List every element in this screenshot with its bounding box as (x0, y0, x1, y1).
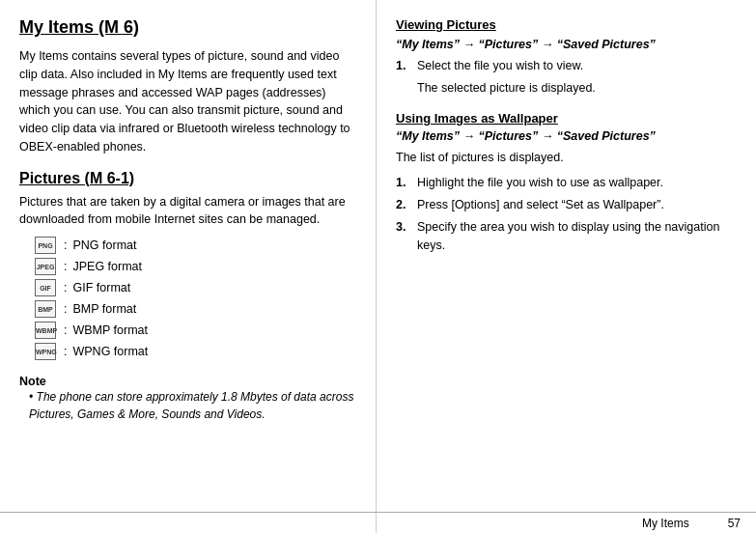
wallpaper-step: 1.Highlight the file you wish to use as … (396, 174, 737, 192)
format-icon: GIF (35, 279, 56, 296)
format-label: PNG format (72, 238, 136, 252)
format-item: WPNG:WPNG format (35, 343, 356, 360)
format-item: JPEG:JPEG format (35, 258, 356, 275)
wallpaper-title: Using Images as Wallpaper (396, 111, 737, 126)
note-bullet: • (29, 390, 33, 404)
footer-bar: My Items 57 (0, 512, 756, 533)
format-icon: JPEG (35, 258, 56, 275)
format-icon: WPNG (35, 343, 56, 360)
format-label: JPEG format (72, 260, 142, 273)
format-icon: WBMP (35, 322, 56, 339)
step-text: Highlight the file you wish to use as wa… (417, 174, 663, 192)
wallpaper-intro: The list of pictures is displayed. (396, 149, 737, 167)
footer-page: My Items 57 (642, 517, 741, 530)
format-item: BMP:BMP format (35, 300, 356, 318)
viewing-steps: 1.Select the file you wish to view.The s… (396, 57, 737, 98)
wallpaper-path: “My Items” → “Pictures” → “Saved Picture… (396, 129, 737, 143)
format-icon: BMP (35, 300, 56, 318)
step-text: Specify the area you wish to display usi… (417, 218, 737, 255)
wallpaper-steps: 1.Highlight the file you wish to use as … (396, 174, 737, 254)
left-column: My Items (M 6) My Items contains several… (0, 0, 377, 533)
step-num: 1. (396, 174, 413, 192)
step-text: The selected picture is displayed. (417, 79, 596, 98)
viewing-step: 1.Select the file you wish to view. (396, 57, 737, 75)
note-content: The phone can store approximately 1.8 Mb… (29, 390, 353, 421)
footer-pagenum: 57 (728, 517, 741, 530)
page-container: My Items (M 6) My Items contains several… (0, 0, 756, 533)
format-list: PNG:PNG formatJPEG:JPEG formatGIF:GIF fo… (35, 237, 356, 360)
step-num: 1. (396, 57, 413, 75)
format-label: WPNG format (72, 345, 148, 358)
step-text: Select the file you wish to view. (417, 57, 583, 75)
viewing-path: “My Items” → “Pictures” → “Saved Picture… (396, 38, 737, 51)
note-title: Note (19, 375, 46, 388)
note-text: • The phone can store approximately 1.8 … (29, 388, 356, 423)
format-item: PNG:PNG format (35, 237, 356, 254)
main-title: My Items (M 6) (19, 17, 356, 38)
pictures-title: Pictures (M 6-1) (19, 170, 356, 187)
step-num: 3. (396, 218, 413, 237)
note-section: Note • The phone can store approximately… (19, 374, 356, 423)
format-label: GIF format (72, 281, 130, 295)
format-item: GIF:GIF format (35, 279, 356, 296)
pictures-intro: Pictures that are taken by a digital cam… (19, 193, 356, 230)
format-label: WBMP format (72, 323, 148, 337)
step-num: 2. (396, 196, 413, 214)
viewing-step: The selected picture is displayed. (396, 79, 737, 98)
footer-label: My Items (642, 517, 689, 530)
step-text: Press [Options] and select “Set as Wallp… (417, 196, 664, 214)
intro-text: My Items contains several types of pictu… (19, 47, 356, 156)
viewing-title: Viewing Pictures (396, 17, 737, 32)
wallpaper-step: 2.Press [Options] and select “Set as Wal… (396, 196, 737, 214)
format-label: BMP format (72, 302, 136, 316)
format-item: WBMP:WBMP format (35, 322, 356, 339)
wallpaper-step: 3.Specify the area you wish to display u… (396, 218, 737, 255)
format-icon: PNG (35, 237, 56, 254)
right-column: Viewing Pictures “My Items” → “Pictures”… (377, 0, 756, 533)
